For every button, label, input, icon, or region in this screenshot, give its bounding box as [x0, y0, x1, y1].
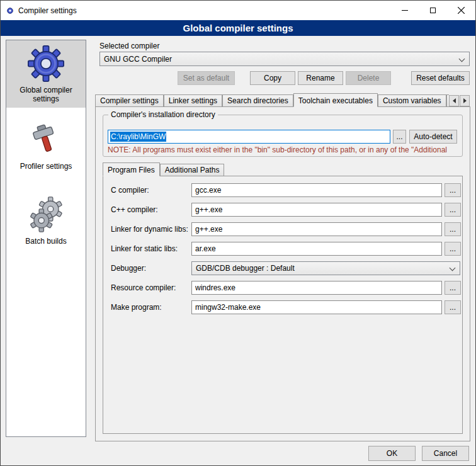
tab-toolchain-executables[interactable]: Toolchain executables: [293, 93, 378, 107]
reset-defaults-button[interactable]: Reset defaults: [411, 71, 470, 85]
sidebar-item-label: Profiler settings: [8, 162, 84, 171]
cpp-compiler-input[interactable]: [191, 203, 442, 217]
minimize-icon: [402, 10, 408, 11]
program-tabstrip: Program Files Additional Paths: [103, 162, 292, 176]
chevron-down-icon: [450, 265, 456, 271]
browse-button[interactable]: ...: [445, 300, 461, 314]
cancel-button[interactable]: Cancel: [422, 446, 469, 461]
tab-linker-settings[interactable]: Linker settings: [164, 94, 222, 107]
form-row-debugger: Debugger: GDB/CDB debugger : Default: [103, 261, 463, 276]
field-label: Make program:: [111, 300, 162, 315]
delete-button: Delete: [346, 71, 391, 85]
tab-search-directories[interactable]: Search directories: [222, 94, 293, 107]
form-row-static-linker: Linker for static libs: ...: [103, 242, 463, 256]
form-row-cpp-compiler: C++ compiler: ...: [103, 203, 463, 217]
selected-compiler-label: Selected compiler: [99, 42, 159, 50]
window-title: Compiler settings: [18, 6, 77, 15]
minimize-button[interactable]: [390, 1, 419, 20]
maximize-icon: [430, 8, 436, 13]
browse-button[interactable]: ...: [445, 222, 461, 236]
app-icon: [6, 6, 14, 15]
make-program-input[interactable]: [191, 300, 442, 314]
selected-compiler-dropdown[interactable]: GNU GCC Compiler: [99, 52, 470, 66]
sidebar: Global compiler settings Profiler settin…: [6, 40, 86, 437]
blue-gear-icon: [28, 45, 64, 82]
browse-button[interactable]: ...: [445, 183, 461, 197]
tab-compiler-settings[interactable]: Compiler settings: [95, 94, 164, 107]
sidebar-item-label: Global compiler settings: [8, 86, 84, 103]
install-dir-note: NOTE: All programs must exist either in …: [108, 145, 463, 154]
field-label: Debugger:: [111, 261, 146, 276]
rename-button[interactable]: Rename: [298, 71, 343, 85]
title-bar: Compiler settings: [1, 1, 475, 20]
field-label: C compiler:: [111, 183, 149, 198]
debugger-value: GDB/CDB debugger : Default: [196, 264, 295, 273]
form-row-resource-compiler: Resource compiler: ...: [103, 281, 463, 295]
resource-compiler-input[interactable]: [191, 281, 442, 295]
tab-scroll-left-button[interactable]: [449, 95, 459, 106]
gray-gears-icon: [28, 196, 64, 233]
install-dir-group-title: Compiler's installation directory: [108, 110, 218, 119]
dynamic-linker-input[interactable]: [191, 222, 442, 236]
profiler-tool-icon: [28, 122, 64, 158]
tab-custom-variables[interactable]: Custom variables: [378, 94, 446, 107]
auto-detect-button[interactable]: Auto-detect: [409, 130, 457, 144]
static-linker-input[interactable]: [191, 242, 442, 256]
sidebar-item-label: Batch builds: [8, 237, 84, 246]
chevron-right-icon: [463, 98, 467, 103]
maximize-button[interactable]: [419, 1, 447, 20]
sidebar-item-global-compiler-settings[interactable]: Global compiler settings: [6, 40, 86, 108]
debugger-dropdown[interactable]: GDB/CDB debugger : Default: [191, 261, 460, 275]
form-row-c-compiler: C compiler: ...: [103, 183, 463, 198]
field-label: Linker for dynamic libs:: [111, 222, 188, 237]
copy-button[interactable]: Copy: [250, 71, 295, 85]
main-tabstrip: Compiler settings Linker settings Search…: [95, 93, 449, 107]
chevron-left-icon: [453, 98, 456, 103]
sidebar-item-batch-builds[interactable]: Batch builds: [6, 191, 86, 250]
browse-button[interactable]: ...: [445, 203, 461, 217]
selected-compiler-value: GNU GCC Compiler: [104, 55, 172, 64]
field-label: Linker for static libs:: [111, 242, 178, 256]
tab-scroll-right-button[interactable]: [460, 95, 470, 106]
chevron-down-icon: [459, 56, 465, 62]
install-dir-browse-button[interactable]: ...: [393, 130, 406, 144]
field-label: C++ compiler:: [111, 203, 158, 217]
install-dir-input[interactable]: C:\raylib\MinGW: [108, 130, 390, 144]
sidebar-item-profiler-settings[interactable]: Profiler settings: [6, 116, 86, 175]
browse-button[interactable]: ...: [445, 281, 461, 295]
close-button[interactable]: [447, 1, 475, 20]
c-compiler-input[interactable]: [191, 183, 442, 197]
install-dir-value: C:\raylib\MinGW: [110, 132, 166, 142]
field-label: Resource compiler:: [111, 281, 176, 295]
browse-button[interactable]: ...: [445, 242, 461, 256]
form-row-make-program: Make program: ...: [103, 300, 463, 315]
ok-button[interactable]: OK: [368, 446, 416, 461]
page-title: Global compiler settings: [1, 20, 475, 36]
caption-buttons: [390, 1, 475, 20]
form-row-dynamic-linker: Linker for dynamic libs: ...: [103, 222, 463, 237]
compiler-settings-dialog: Compiler settings Global compiler settin…: [0, 0, 476, 466]
tab-additional-paths[interactable]: Additional Paths: [160, 164, 225, 176]
tab-program-files[interactable]: Program Files: [103, 162, 160, 176]
close-icon: [458, 7, 465, 14]
set-as-default-button: Set as default: [178, 71, 235, 85]
